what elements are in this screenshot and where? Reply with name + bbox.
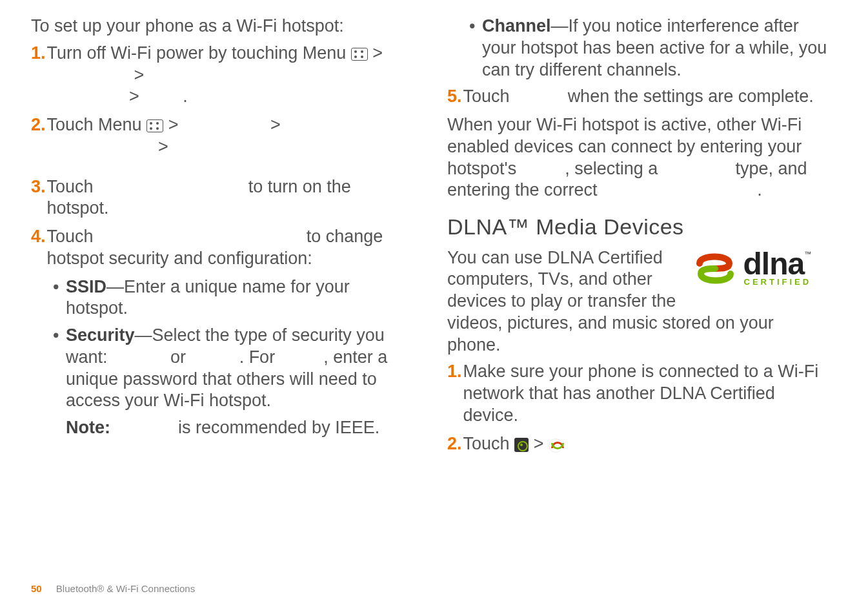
menu-icon <box>351 48 368 61</box>
step-pre: Touch <box>463 87 510 106</box>
step-body: Touch Menu > > > <box>47 114 415 158</box>
bullet-label: Security <box>66 325 135 345</box>
step-text: Turn off Wi-Fi power by touching Menu <box>47 43 347 63</box>
step-body: Touch > <box>463 433 831 455</box>
left-column: To set up your phone as a Wi-Fi hotspot:… <box>31 15 415 461</box>
note: Note: is recommended by IEEE. <box>66 417 415 439</box>
step-pre: Touch <box>47 177 94 196</box>
dlna-step-1: 1. Make sure your phone is connected to … <box>447 361 831 426</box>
menu-icon <box>146 119 163 132</box>
chevron-icon: > <box>534 433 544 455</box>
step-body: Make sure your phone is connected to a W… <box>463 361 831 426</box>
bullet-text: —Enter a unique name for your hotspot. <box>66 277 350 318</box>
step-4: 4. Touch to change hotspot security and … <box>31 226 415 270</box>
hotspot-active-paragraph: When your Wi-Fi hotspot is active, other… <box>447 114 831 201</box>
app-launcher-icon <box>514 438 529 452</box>
bullet-dot: • <box>53 325 66 412</box>
chevron-icon: > <box>129 86 139 108</box>
bullet-dot: • <box>469 15 482 81</box>
chevron-icon: > <box>134 65 145 87</box>
section-heading-dlna: DLNA™ Media Devices <box>447 213 831 241</box>
chevron-icon: > <box>372 43 383 65</box>
bullet-channel: • Channel—If you notice interference aft… <box>469 15 831 81</box>
right-column: • Channel—If you notice interference aft… <box>447 15 831 461</box>
page-number: 50 <box>31 583 42 594</box>
step-1: 1. Turn off Wi-Fi power by touching Menu… <box>31 43 415 108</box>
dlna-app-icon <box>549 438 563 453</box>
bullet-ssid: • SSID—Enter a unique name for your hots… <box>53 276 415 320</box>
para-d: . <box>757 180 762 200</box>
step-body: Touch when the settings are complete. <box>463 86 831 108</box>
step-5: 5. Touch when the settings are complete. <box>447 86 831 108</box>
step-number: 5. <box>447 86 462 108</box>
bullet-body: SSID—Enter a unique name for your hotspo… <box>66 276 415 320</box>
dlna-swirl-icon <box>696 251 734 287</box>
step-post: to change hotspot security and configura… <box>47 227 383 268</box>
step-body: Touch to turn on the hotspot. <box>47 176 415 220</box>
for-text: . For <box>239 347 276 367</box>
para-b: , selecting a <box>565 159 658 178</box>
period: . <box>183 87 188 106</box>
chevron-icon: > <box>168 114 179 136</box>
chevron-icon: > <box>158 136 168 158</box>
dlna-certified-label: CERTIFIED <box>743 277 812 287</box>
step-number: 2. <box>447 433 462 455</box>
step-body: Touch to change hotspot security and con… <box>47 226 415 270</box>
step-number: 1. <box>447 361 462 426</box>
bullet-label: SSID <box>66 277 106 296</box>
or-text: or <box>170 347 186 367</box>
step-number: 4. <box>31 226 46 270</box>
step-post: when the settings are complete. <box>568 87 814 106</box>
step-pre: Touch <box>463 434 510 453</box>
bullet-label: Channel <box>482 16 551 36</box>
step-body: Turn off Wi-Fi power by touching Menu > … <box>47 43 415 108</box>
page-footer: 50 Bluetooth® & Wi-Fi Connections <box>31 583 195 594</box>
dlna-step-2: 2. Touch > <box>447 433 831 455</box>
footer-title: Bluetooth® & Wi-Fi Connections <box>56 583 195 594</box>
dlna-logo-word: dlna <box>743 247 805 281</box>
intro-text: To set up your phone as a Wi-Fi hotspot: <box>31 15 415 37</box>
step-number: 1. <box>31 43 46 108</box>
step-3: 3. Touch to turn on the hotspot. <box>31 176 415 220</box>
step-text: Touch Menu <box>47 115 142 134</box>
dlna-logo: dlna™ CERTIFIED <box>696 250 831 288</box>
bullet-body: Security—Select the type of security you… <box>66 325 415 412</box>
bullet-text-post: , enter a unique password that others wi… <box>66 347 387 411</box>
step-number: 2. <box>31 114 46 158</box>
note-label: Note: <box>66 418 110 437</box>
step-2: 2. Touch Menu > > > <box>31 114 415 158</box>
note-text: is recommended by IEEE. <box>178 418 379 437</box>
chevron-icon: > <box>270 114 281 136</box>
step-number: 3. <box>31 176 46 220</box>
bullet-dot: • <box>53 276 66 320</box>
step-pre: Touch <box>47 227 94 246</box>
dlna-tm: ™ <box>804 250 811 258</box>
dlna-logo-text: dlna™ CERTIFIED <box>743 250 812 288</box>
page-body: To set up your phone as a Wi-Fi hotspot:… <box>0 0 868 461</box>
bullet-security: • Security—Select the type of security y… <box>53 325 415 412</box>
bullet-body: Channel—If you notice interference after… <box>482 15 831 81</box>
